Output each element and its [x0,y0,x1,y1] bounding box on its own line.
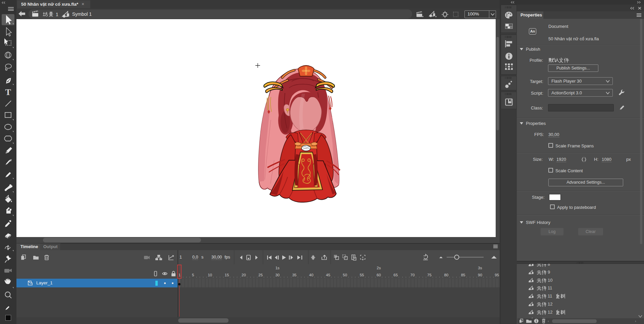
svg-text:T: T [5,87,11,97]
